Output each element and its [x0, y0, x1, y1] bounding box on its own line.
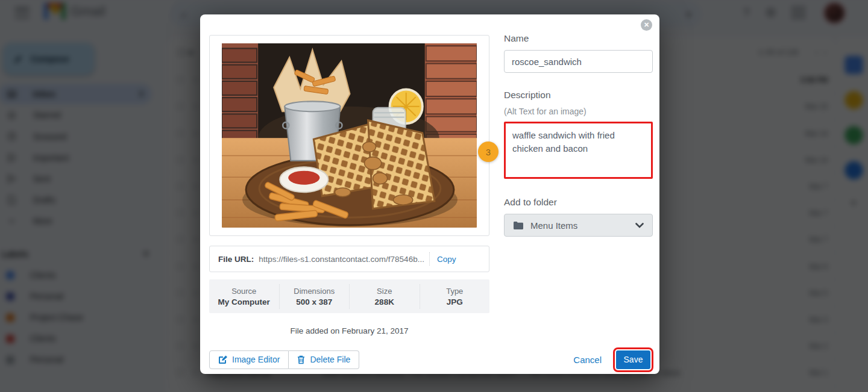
file-added-date: File added on February 21, 2017: [209, 326, 489, 335]
meta-size-label: Size: [350, 287, 420, 296]
meta-dimensions-value: 500 x 387: [280, 297, 350, 306]
name-input[interactable]: [504, 50, 653, 73]
file-details-modal: ✕: [200, 14, 659, 374]
name-label: Name: [504, 33, 653, 44]
meta-source-value: My Computer: [209, 297, 279, 306]
meta-source-label: Source: [209, 287, 279, 296]
tutorial-step-badge: 3: [478, 142, 498, 162]
file-preview-image: [222, 43, 477, 228]
folder-dropdown-value: Menu Items: [530, 220, 577, 231]
folder-icon: [513, 221, 523, 229]
alt-text-hint: (Alt Text for an image): [504, 107, 653, 116]
copy-url-button[interactable]: Copy: [437, 255, 456, 264]
close-icon[interactable]: ✕: [641, 19, 652, 31]
meta-dimensions-label: Dimensions: [280, 287, 350, 296]
description-label: Description: [504, 90, 653, 101]
save-button[interactable]: Save: [616, 350, 650, 369]
edit-icon: [218, 355, 227, 364]
chevron-down-icon: [635, 223, 644, 228]
file-url-row: File URL: https://files-s1.constantconta…: [209, 246, 489, 272]
meta-type-value: JPG: [420, 297, 490, 306]
trash-icon: [297, 355, 305, 364]
file-meta: SourceMy Computer Dimensions500 x 387 Si…: [209, 279, 489, 313]
folder-dropdown[interactable]: Menu Items: [504, 214, 653, 237]
meta-type-label: Type: [420, 287, 490, 296]
image-editor-button[interactable]: Image Editor: [209, 350, 289, 369]
meta-size-value: 288K: [350, 297, 420, 306]
file-preview-frame: [209, 35, 489, 236]
file-url-value: https://files-s1.constantcontact.com/f78…: [259, 255, 424, 264]
screen: Gmail ⌕ ▾ ? ⚙ Compose Inbox 3: [0, 0, 868, 392]
description-textarea[interactable]: waffle sandwich with fried chicken and b…: [504, 122, 653, 179]
add-to-folder-label: Add to folder: [504, 197, 653, 208]
file-url-label: File URL:: [218, 255, 254, 264]
delete-file-button[interactable]: Delete File: [289, 350, 359, 369]
cancel-button[interactable]: Cancel: [573, 355, 602, 365]
